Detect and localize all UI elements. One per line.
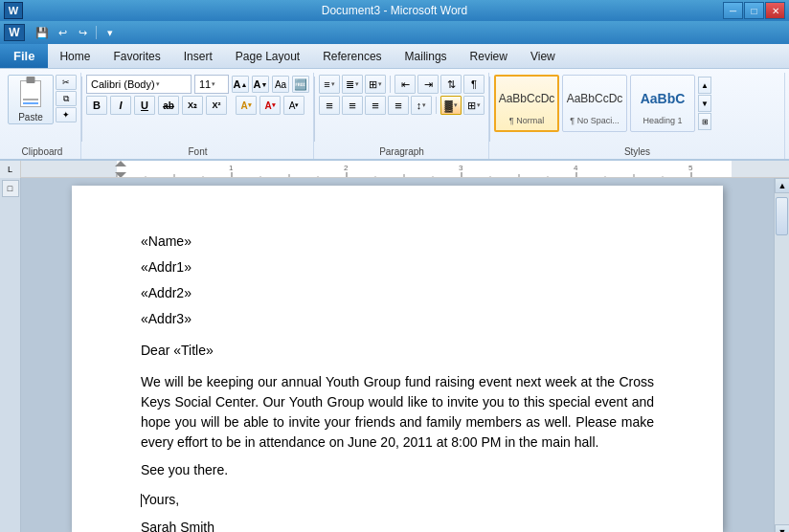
italic-button[interactable]: I [110, 96, 131, 115]
change-case-button[interactable]: Aa [272, 76, 289, 93]
format-painter-button[interactable]: ✦ [56, 107, 77, 122]
font-color-button[interactable]: A▾ [259, 96, 281, 115]
numbering-button[interactable]: ≣▾ [342, 75, 363, 94]
menu-insert[interactable]: Insert [172, 44, 224, 68]
bold-button[interactable]: B [86, 96, 107, 115]
paste-button[interactable]: Paste [8, 75, 54, 124]
justify-button[interactable]: ≡ [388, 96, 409, 115]
qa-separator [96, 26, 97, 39]
svg-text:1: 1 [229, 164, 234, 172]
undo-quick-btn[interactable]: ↩ [54, 25, 71, 40]
bullets-button[interactable]: ≡▾ [319, 75, 340, 94]
styles-scroll-down[interactable]: ▼ [698, 95, 711, 112]
svg-rect-0 [21, 161, 789, 177]
menu-favorites[interactable]: Favorites [101, 44, 171, 68]
style-nospace-preview: AaBbCcDc [568, 83, 621, 114]
style-heading1-label: Heading 1 [642, 116, 682, 125]
superscript-button[interactable]: X² [206, 96, 227, 115]
svg-text:2: 2 [344, 164, 349, 172]
minimize-button[interactable]: ─ [723, 2, 743, 19]
show-para-button[interactable]: ¶ [463, 75, 485, 94]
see-you-line: See you there. [141, 460, 654, 480]
subscript-button[interactable]: X₂ [182, 96, 203, 115]
styles-scroll-up[interactable]: ▲ [698, 77, 711, 94]
menu-references[interactable]: References [311, 44, 393, 68]
strikethrough-button[interactable]: ab [158, 96, 179, 115]
menu-bar: File Home Favorites Insert Page Layout R… [0, 44, 789, 69]
menu-pagelayout[interactable]: Page Layout [224, 44, 311, 68]
document-scroll-area[interactable]: «Name» «Addr1» «Addr2» «Addr3» Dear «Tit… [21, 178, 774, 532]
ruler-ticks-svg: 1 2 3 4 5 [21, 161, 789, 177]
para-align-row: ≡ ≡ ≡ ≡ ↕▾ ▓▾ ⊞▾ [319, 96, 485, 115]
copy-button[interactable]: ⧉ [56, 91, 77, 106]
font-size-dropdown-arrow: ▾ [212, 80, 215, 88]
decrease-font-button[interactable]: A▼ [252, 76, 269, 93]
font-group: Calibri (Body) ▾ 11 ▾ A▲ A▼ Aa 🆓 B I U [82, 73, 314, 159]
svg-text:5: 5 [688, 164, 693, 172]
maximize-button[interactable]: □ [744, 2, 764, 19]
scroll-track[interactable] [775, 193, 789, 524]
style-heading1-button[interactable]: AaBbC Heading 1 [630, 75, 695, 132]
highlight-color-button[interactable]: A▾ [236, 96, 257, 115]
para-sep2 [436, 97, 437, 114]
document-area: □ «Name» «Addr1» «Addr2» «Addr3» Dear «T… [0, 178, 789, 532]
increase-font-button[interactable]: A▲ [232, 76, 249, 93]
styles-label: Styles [490, 146, 784, 157]
font-format-row: B I U ab X₂ X² A▾ A▾ A▾ [86, 96, 309, 115]
save-quick-btn[interactable]: 💾 [34, 25, 51, 40]
menu-view[interactable]: View [519, 44, 567, 68]
styles-content: AaBbCcDc ¶ Normal AaBbCcDc ¶ No Spaci...… [494, 75, 780, 157]
underline-button[interactable]: U [134, 96, 155, 115]
left-ruler: □ [0, 178, 21, 532]
menu-home[interactable]: Home [48, 44, 101, 68]
clear-format-button[interactable]: 🆓 [292, 76, 309, 93]
menu-file[interactable]: File [0, 44, 48, 68]
menu-review[interactable]: Review [459, 44, 519, 68]
style-heading1-preview: AaBbC [636, 83, 689, 114]
para-list-row: ≡▾ ≣▾ ⊞▾ ⇤ ⇥ ⇅ ¶ [319, 75, 485, 94]
align-right-button[interactable]: ≡ [365, 96, 386, 115]
borders-button[interactable]: ⊞▾ [463, 96, 485, 115]
scroll-down-button[interactable]: ▼ [775, 524, 789, 532]
ruler-toggle-button[interactable]: L [0, 161, 21, 178]
style-nospace-button[interactable]: AaBbCcDc ¶ No Spaci... [562, 75, 627, 132]
body-paragraph: We will be keeping our annual Youth Grou… [141, 372, 654, 453]
quick-access-toolbar: W 💾 ↩ ↪ ▾ [0, 21, 789, 44]
word-logo: W [4, 24, 25, 41]
ruler-container: L 1 2 3 4 [0, 161, 789, 178]
style-normal-label: ¶ Normal [509, 116, 544, 125]
title-bar: W Document3 - Microsoft Word ─ □ ✕ [0, 0, 789, 21]
signature-line: Sarah Smith [141, 518, 654, 532]
addr1-field: «Addr1» [141, 257, 654, 277]
sort-button[interactable]: ⇅ [440, 75, 462, 94]
styles-more-button[interactable]: ⊞ [698, 113, 711, 130]
multilevel-button[interactable]: ⊞▾ [365, 75, 386, 94]
menu-mailings[interactable]: Mailings [394, 44, 459, 68]
font-name-selector[interactable]: Calibri (Body) ▾ [86, 75, 192, 94]
align-left-button[interactable]: ≡ [319, 96, 340, 115]
word-icon: W [4, 2, 23, 19]
increase-indent-button[interactable]: ⇥ [417, 75, 439, 94]
close-button[interactable]: ✕ [765, 2, 785, 19]
customize-qa-btn[interactable]: ▾ [101, 25, 119, 40]
line-spacing-button[interactable]: ↕▾ [411, 96, 432, 115]
decrease-indent-button[interactable]: ⇤ [394, 75, 416, 94]
cut-button[interactable]: ✂ [56, 75, 77, 90]
paragraph-group: ≡▾ ≣▾ ⊞▾ ⇤ ⇥ ⇅ ¶ ≡ ≡ ≡ ≡ ↕▾ ▓▾ [315, 73, 489, 159]
style-normal-button[interactable]: AaBbCcDc ¶ Normal [494, 75, 559, 132]
window-controls: ─ □ ✕ [723, 2, 785, 19]
svg-marker-27 [115, 161, 126, 166]
horizontal-ruler: 1 2 3 4 5 [21, 161, 789, 177]
styles-nav: ▲ ▼ ⊞ [698, 75, 711, 144]
shading-color-button[interactable]: A▾ [283, 96, 304, 115]
scroll-up-button[interactable]: ▲ [775, 178, 789, 193]
scroll-thumb[interactable] [776, 197, 788, 235]
shading-button[interactable]: ▓▾ [440, 96, 462, 115]
clipboard-label: Clipboard [4, 146, 80, 157]
redo-quick-btn[interactable]: ↪ [74, 25, 91, 40]
align-center-button[interactable]: ≡ [342, 96, 363, 115]
clipboard-content: Paste ✂ ⧉ ✦ [8, 75, 77, 157]
font-size-selector[interactable]: 11 ▾ [194, 75, 229, 94]
style-normal-preview: AaBbCcDc [500, 83, 553, 114]
document-page[interactable]: «Name» «Addr1» «Addr2» «Addr3» Dear «Tit… [72, 186, 723, 532]
